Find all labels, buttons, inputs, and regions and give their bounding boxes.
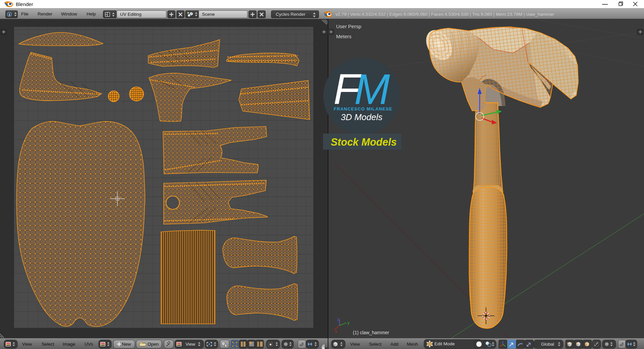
svg-text:User Persp: User Persp — [336, 23, 361, 29]
svg-text:i: i — [9, 12, 10, 16]
svg-text:z: z — [337, 317, 339, 322]
svg-text:x: x — [335, 329, 337, 334]
svg-text:Meters: Meters — [336, 34, 352, 39]
svg-text:FRANCESCO MILANESE: FRANCESCO MILANESE — [334, 106, 392, 111]
svg-text:M: M — [354, 65, 390, 113]
svg-text:Stock Models: Stock Models — [331, 136, 397, 148]
svg-text:3D Models: 3D Models — [341, 112, 382, 122]
svg-text:y: y — [347, 320, 350, 325]
svg-text:(1) claw_hammer: (1) claw_hammer — [353, 330, 389, 335]
